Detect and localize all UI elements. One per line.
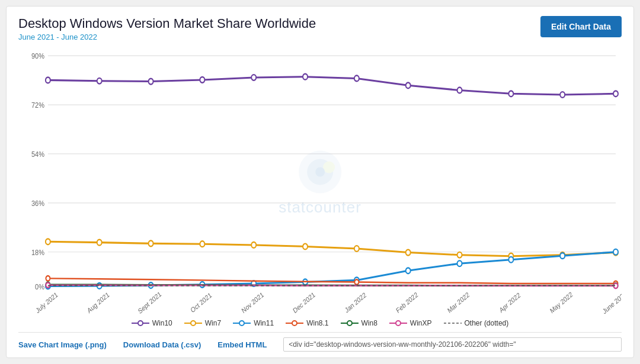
other-legend-label: Other (dotted) bbox=[465, 319, 509, 327]
winxp-legend-icon bbox=[389, 320, 407, 327]
header: Desktop Windows Version Market Share Wor… bbox=[18, 16, 622, 41]
win10-dot bbox=[46, 78, 50, 83]
win11-line bbox=[48, 252, 616, 286]
win10-legend-label: Win10 bbox=[152, 319, 172, 327]
win10-dot bbox=[97, 78, 102, 84]
win7-dot bbox=[200, 241, 204, 247]
main-title: Desktop Windows Version Market Share Wor… bbox=[18, 16, 316, 31]
svg-text:Feb 2022: Feb 2022 bbox=[395, 291, 419, 314]
legend-win8: Win8 bbox=[341, 319, 377, 327]
embed-container bbox=[283, 337, 622, 352]
legend: Win10 Win7 Win11 Win8.1 bbox=[18, 319, 622, 327]
win11-dot bbox=[457, 260, 462, 266]
svg-text:May 2022: May 2022 bbox=[549, 290, 574, 314]
svg-text:Sept 2021: Sept 2021 bbox=[137, 290, 162, 315]
win11-dot bbox=[508, 257, 513, 263]
win81-legend-label: Win8.1 bbox=[306, 319, 328, 327]
legend-other: Other (dotted) bbox=[444, 319, 509, 327]
svg-text:Nov 2021: Nov 2021 bbox=[241, 291, 265, 315]
svg-point-31 bbox=[191, 321, 196, 326]
svg-point-35 bbox=[292, 321, 297, 326]
svg-text:Oct 2021: Oct 2021 bbox=[190, 291, 213, 314]
main-card: Desktop Windows Version Market Share Wor… bbox=[6, 6, 634, 358]
win11-legend-label: Win11 bbox=[254, 319, 274, 327]
sub-title: June 2021 - June 2022 bbox=[18, 33, 316, 41]
svg-text:54%: 54% bbox=[31, 150, 44, 159]
win7-dot bbox=[149, 240, 153, 246]
svg-text:Jan 2022: Jan 2022 bbox=[344, 291, 367, 314]
win7-dot bbox=[97, 240, 102, 246]
svg-text:90%: 90% bbox=[31, 51, 44, 60]
chart-svg: 90% 72% 54% 36% 18% 0% July 2021 Aug 202… bbox=[18, 49, 622, 315]
win11-dot bbox=[406, 268, 411, 273]
svg-text:Aug 2021: Aug 2021 bbox=[86, 291, 110, 315]
win7-dot bbox=[354, 246, 359, 252]
win11-legend-icon bbox=[233, 320, 251, 327]
svg-text:18%: 18% bbox=[31, 248, 44, 257]
other-legend-icon bbox=[444, 320, 462, 327]
win81-legend-icon bbox=[286, 320, 303, 327]
svg-text:June 2022: June 2022 bbox=[601, 289, 622, 315]
win7-dot bbox=[457, 252, 462, 258]
win7-dot bbox=[251, 242, 256, 248]
win7-legend-label: Win7 bbox=[205, 319, 221, 327]
win10-dot bbox=[508, 91, 513, 96]
win81-dot bbox=[46, 276, 50, 281]
win7-dot bbox=[406, 250, 411, 256]
win10-dot bbox=[613, 91, 618, 96]
winxp-legend-label: WinXP bbox=[410, 319, 432, 327]
win81-dot bbox=[354, 279, 359, 285]
win10-line bbox=[48, 77, 616, 95]
svg-text:Mar 2022: Mar 2022 bbox=[446, 291, 471, 314]
svg-text:July 2021: July 2021 bbox=[34, 291, 59, 315]
win10-dot bbox=[200, 77, 204, 83]
win10-dot bbox=[251, 75, 256, 80]
save-chart-link[interactable]: Save Chart Image (.png) bbox=[18, 340, 107, 349]
win10-dot bbox=[560, 92, 565, 98]
svg-point-29 bbox=[138, 321, 143, 326]
svg-text:72%: 72% bbox=[31, 101, 44, 109]
edit-chart-button[interactable]: Edit Chart Data bbox=[540, 16, 622, 37]
title-block: Desktop Windows Version Market Share Wor… bbox=[18, 16, 316, 41]
embed-html-link[interactable]: Embed HTML bbox=[217, 340, 267, 349]
win10-dot bbox=[149, 79, 153, 85]
win11-dot bbox=[613, 249, 618, 255]
legend-win81: Win8.1 bbox=[286, 319, 328, 327]
svg-text:Apr 2022: Apr 2022 bbox=[498, 291, 521, 314]
win8-legend-icon bbox=[341, 320, 359, 327]
legend-win10: Win10 bbox=[132, 319, 172, 327]
chart-area: statcounter 90% 72% 54% 36% 18% 0% July … bbox=[18, 49, 622, 315]
svg-text:0%: 0% bbox=[35, 282, 44, 291]
legend-winxp: WinXP bbox=[389, 319, 432, 327]
svg-point-37 bbox=[347, 321, 352, 326]
win10-dot bbox=[457, 88, 462, 94]
win10-legend-icon bbox=[132, 320, 149, 327]
legend-win7: Win7 bbox=[184, 319, 221, 327]
win11-dot bbox=[560, 253, 565, 259]
win10-dot bbox=[406, 82, 411, 88]
win10-dot bbox=[303, 74, 308, 80]
download-data-link[interactable]: Download Data (.csv) bbox=[123, 340, 201, 349]
footer: Save Chart Image (.png) Download Data (.… bbox=[18, 332, 622, 352]
win8-legend-label: Win8 bbox=[361, 319, 377, 327]
svg-point-39 bbox=[396, 321, 401, 326]
legend-win11: Win11 bbox=[233, 319, 274, 327]
win10-dot bbox=[354, 76, 359, 82]
win7-dot bbox=[46, 239, 50, 244]
svg-text:Dec 2021: Dec 2021 bbox=[292, 291, 316, 315]
svg-text:36%: 36% bbox=[31, 199, 44, 208]
win7-line bbox=[48, 241, 616, 256]
win7-dot bbox=[303, 244, 308, 250]
embed-input[interactable] bbox=[283, 337, 622, 352]
win7-legend-icon bbox=[184, 320, 202, 327]
svg-point-33 bbox=[239, 321, 244, 326]
